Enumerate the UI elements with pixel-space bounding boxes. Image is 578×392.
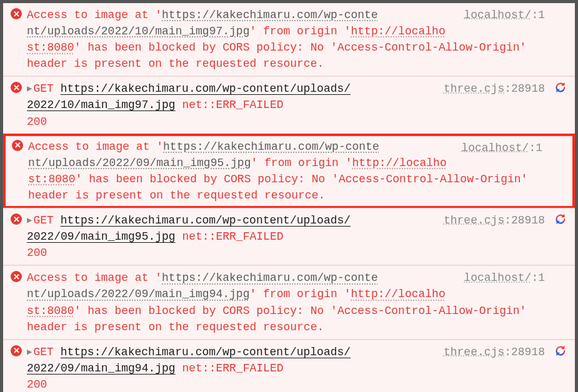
console-error-cors[interactable]: ✕Access to image at 'https://kakechimaru… [3,134,575,208]
http-method: GET [33,82,53,95]
origin-url[interactable]: http://localho [352,157,447,169]
source-link[interactable]: three.cjs:28918 [444,81,545,97]
error-message: ▶GET https://kakechimaru.com/wp-content/… [27,344,383,360]
image-url[interactable]: https://kakechimaru.com/wp-conte [162,272,378,284]
net-error: net::ERR_FAILED [182,99,283,111]
http-method: GET [33,214,53,227]
image-url[interactable]: https://kakechimaru.com/wp-conte [163,140,379,153]
expand-caret-icon[interactable]: ▶ [27,82,32,95]
initiator-icon[interactable] [554,212,567,226]
error-message: ▶GET https://kakechimaru.com/wp-content/… [27,212,383,228]
msg-prefix: Access to image at ' [28,140,163,153]
origin-url-cont[interactable]: st:8080 [28,173,76,185]
request-url-cont[interactable]: 2022/09/main_img94.jpg [27,362,176,375]
origin-url[interactable]: http://localho [351,25,446,37]
origin-url-cont[interactable]: st:8080 [27,41,74,54]
initiator-icon[interactable] [554,344,567,358]
error-message-continued: nt/uploads/2022/09/main_img95.jpg' from … [28,155,567,203]
error-icon: ✕ [11,345,22,356]
console-error-cors[interactable]: ✕Access to image at 'https://kakechimaru… [3,265,575,339]
error-icon: ✕ [11,271,22,282]
error-icon: ✕ [11,213,22,225]
console-error-cors[interactable]: ✕Access to image at 'https://kakechimaru… [3,3,575,76]
status-code: 200 [27,247,47,259]
origin-url[interactable]: http://localho [351,288,446,300]
error-icon: ✕ [11,8,22,19]
request-url-cont[interactable]: 2022/09/main_img95.jpg [27,230,176,243]
source-link[interactable]: three.cjs:28918 [444,212,545,228]
source-link[interactable]: localhost/:1 [464,270,545,286]
request-url[interactable]: https://kakechimaru.com/wp-content/uploa… [61,214,351,227]
request-url-cont[interactable]: 2022/10/main_img97.jpg [27,99,176,111]
image-url-cont[interactable]: nt/uploads/2022/09/main_img94.jpg [27,288,249,300]
error-message: ▶GET https://kakechimaru.com/wp-content/… [27,81,383,97]
initiator-icon[interactable] [554,81,567,94]
status-code: 200 [27,378,47,391]
error-icon: ✕ [11,82,22,93]
error-message: Access to image at 'https://kakechimaru.… [27,7,421,23]
source-link[interactable]: three.cjs:28918 [444,344,545,360]
image-url[interactable]: https://kakechimaru.com/wp-conte [162,9,378,21]
request-url[interactable]: https://kakechimaru.com/wp-content/uploa… [61,82,351,95]
expand-caret-icon[interactable]: ▶ [27,346,32,358]
source-link[interactable]: localhost/:1 [464,7,545,23]
msg-prefix: Access to image at ' [27,9,162,21]
image-url-cont[interactable]: nt/uploads/2022/10/main_img97.jpg [27,25,249,37]
http-method: GET [33,346,53,358]
source-link[interactable]: localhost/:1 [461,140,542,156]
console-error-network[interactable]: ✕▶GET https://kakechimaru.com/wp-content… [3,76,575,134]
net-error: net::ERR_FAILED [182,230,283,243]
error-message: Access to image at 'https://kakechimaru.… [27,270,421,286]
error-message-continued: 2022/10/main_img97.jpg net::ERR_FAILED 2… [27,97,569,129]
error-message-continued: nt/uploads/2022/10/main_img97.jpg' from … [27,23,569,72]
console-error-network[interactable]: ✕▶GET https://kakechimaru.com/wp-content… [3,208,575,265]
status-code: 200 [27,115,47,128]
error-message: Access to image at 'https://kakechimaru.… [28,139,422,155]
error-message-continued: 2022/09/main_img94.jpg net::ERR_FAILED 2… [27,360,569,392]
error-message-continued: nt/uploads/2022/09/main_img94.jpg' from … [27,286,569,335]
expand-caret-icon[interactable]: ▶ [27,214,32,227]
net-error: net::ERR_FAILED [182,362,283,375]
console-panel: ✕Access to image at 'https://kakechimaru… [0,0,578,392]
request-url[interactable]: https://kakechimaru.com/wp-content/uploa… [61,346,351,358]
origin-url-cont[interactable]: st:8080 [27,305,74,317]
error-icon: ✕ [12,140,23,151]
error-message-continued: 2022/09/main_img95.jpg net::ERR_FAILED 2… [27,228,569,261]
msg-prefix: Access to image at ' [27,272,162,284]
console-error-network[interactable]: ✕▶GET https://kakechimaru.com/wp-content… [3,340,575,392]
image-url-cont[interactable]: nt/uploads/2022/09/main_img95.jpg [28,157,251,169]
